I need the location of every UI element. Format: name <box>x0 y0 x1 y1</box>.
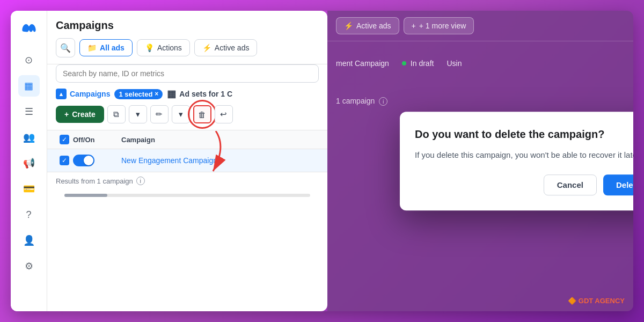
sidebar-item-help[interactable]: ? <box>18 204 40 225</box>
sidebar-item-pages[interactable]: ☰ <box>18 101 40 122</box>
sidebar-item-grid[interactable]: ▦ <box>18 75 40 97</box>
folder-icon: 📁 <box>87 43 97 52</box>
toggle-switch[interactable] <box>73 155 94 166</box>
all-ads-label: All ads <box>100 43 125 52</box>
edit-dropdown-button[interactable]: ▾ <box>172 105 190 123</box>
td-checkbox[interactable]: ✓ <box>56 156 73 165</box>
edit-icon: ✏ <box>156 109 163 119</box>
delete-dialog: Do you want to delete the campaign? × If… <box>400 112 633 210</box>
column-using: Usin <box>447 59 462 68</box>
left-panel: ⊙ ▦ ☰ 👥 📢 💳 ? 👤 ⚙ Campaigns 🔍 📁 All a <box>11 11 327 311</box>
breadcrumb-bar: ▲ Campaigns 1 selected × ▦ Ad sets for 1… <box>47 88 327 105</box>
campaign-count: 1 campaign i <box>336 97 387 106</box>
right-top-bar: ⚡ Active ads + + 1 more view <box>327 11 633 41</box>
info-icon: i <box>136 177 145 185</box>
th-onoff: Off/On <box>73 136 121 144</box>
sidebar-item-megaphone[interactable]: 📢 <box>18 152 40 174</box>
bolt-icon: ⚡ <box>202 43 211 52</box>
results-text: Results from 1 campaign <box>56 177 133 185</box>
plus-icon: + <box>412 21 416 30</box>
lightbulb-icon: 💡 <box>145 43 154 52</box>
status-dot-icon <box>402 61 406 65</box>
campaign-count-text: 1 campaign <box>336 97 375 105</box>
dialog-body: If you delete this campaign, you won't b… <box>415 149 633 162</box>
sidebar-item-settings[interactable]: ⚙ <box>18 255 40 277</box>
duplicate-button[interactable]: ⧉ <box>107 105 126 123</box>
search-button[interactable]: 🔍 <box>56 38 75 57</box>
scrollbar-area <box>47 189 327 201</box>
table-header: ✓ Off/On Campaign <box>47 130 327 149</box>
watermark-label: GDT AGENCY <box>579 297 625 305</box>
header: Campaigns 🔍 📁 All ads 💡 Actions ⚡ <box>47 11 327 64</box>
status-badge: In draft <box>402 59 434 68</box>
action-bar: + Create ⧉ ▾ ✏ ▾ 🗑 <box>47 105 327 130</box>
toolbar: 🔍 📁 All ads 💡 Actions ⚡ Active ads <box>56 38 319 57</box>
sidebar-item-audience[interactable]: 👥 <box>18 127 40 148</box>
ad-sets-label: ▦ Ad sets for 1 C <box>167 88 232 100</box>
selected-count: 1 selected <box>119 90 152 98</box>
create-button[interactable]: + Create <box>56 106 104 123</box>
campaigns-icon: ▲ <box>56 89 67 99</box>
campaigns-breadcrumb[interactable]: ▲ Campaigns <box>56 89 110 99</box>
campaign-row-right: ment Campaign In draft Usin <box>327 54 633 73</box>
info-icon: i <box>379 97 387 106</box>
active-ads-tab-label: Active ads <box>356 21 391 30</box>
results-row: Results from 1 campaign i <box>47 172 327 189</box>
sidebar: ⊙ ▦ ☰ 👥 📢 💳 ? 👤 ⚙ <box>11 11 47 311</box>
grid-icon: ▦ <box>167 88 176 100</box>
search-input[interactable] <box>56 64 319 83</box>
dialog-header: Do you want to delete the campaign? × <box>415 127 633 142</box>
watermark-text: 🔶 <box>568 297 579 305</box>
sidebar-item-person[interactable]: 👤 <box>18 230 40 251</box>
duplicate-icon: ⧉ <box>113 109 119 119</box>
right-panel: ⚡ Active ads + + 1 more view ment Campai… <box>327 11 633 311</box>
selected-badge[interactable]: 1 selected × <box>114 89 163 99</box>
campaign-name-right: ment Campaign <box>336 59 389 68</box>
active-ads-tab[interactable]: ⚡ Active ads <box>336 17 399 34</box>
campaign-link[interactable]: New Engagement Campaign <box>121 156 217 165</box>
scrollbar-track <box>64 194 310 197</box>
checkbox-checked-icon: ✓ <box>60 156 69 165</box>
edit-button[interactable]: ✏ <box>150 105 169 123</box>
chevron-down-icon: ▾ <box>179 109 183 119</box>
create-label: Create <box>72 110 96 119</box>
cancel-button[interactable]: Cancel <box>544 174 597 195</box>
td-toggle[interactable] <box>73 155 121 166</box>
active-ads-button[interactable]: ⚡ Active ads <box>194 39 258 56</box>
undo-icon: ↩ <box>220 109 227 119</box>
page-title: Campaigns <box>56 19 319 32</box>
chevron-down-icon: ▾ <box>136 109 140 119</box>
close-icon[interactable]: × <box>155 90 158 98</box>
sidebar-item-card[interactable]: 💳 <box>18 178 40 200</box>
watermark: 🔶 GDT AGENCY <box>568 297 625 305</box>
sidebar-item-dashboard[interactable]: ⊙ <box>18 49 40 71</box>
duplicate-dropdown-button[interactable]: ▾ <box>129 105 147 123</box>
dialog-title: Do you want to delete the campaign? <box>415 128 604 141</box>
more-view-label: + 1 more view <box>419 21 466 30</box>
delete-confirm-button[interactable]: Delete <box>603 174 633 195</box>
all-ads-button[interactable]: 📁 All ads <box>79 39 133 56</box>
th-checkbox: ✓ <box>56 135 73 144</box>
ad-sets-text: Ad sets for 1 C <box>179 90 232 98</box>
table-row: ✓ New Engagement Campaign <box>47 149 327 172</box>
actions-label: Actions <box>157 43 182 52</box>
main-content: Campaigns 🔍 📁 All ads 💡 Actions ⚡ <box>47 11 327 311</box>
search-bar <box>47 64 327 83</box>
active-ads-label: Active ads <box>215 43 250 52</box>
more-view-button[interactable]: + + 1 more view <box>404 17 474 34</box>
campaigns-label: Campaigns <box>70 90 110 98</box>
undo-button[interactable]: ↩ <box>215 105 233 123</box>
plus-icon: + <box>64 110 69 119</box>
scrollbar-thumb[interactable] <box>64 194 107 197</box>
status-text: In draft <box>411 59 434 68</box>
delete-button[interactable]: 🗑 <box>193 105 211 123</box>
actions-button[interactable]: 💡 Actions <box>137 39 190 56</box>
bolt-icon: ⚡ <box>344 21 353 30</box>
meta-logo <box>19 19 39 39</box>
search-icon: 🔍 <box>60 43 71 53</box>
delete-icon: 🗑 <box>198 110 206 119</box>
th-campaign: Campaign <box>121 136 319 144</box>
dialog-actions: Cancel Delete <box>415 174 633 195</box>
